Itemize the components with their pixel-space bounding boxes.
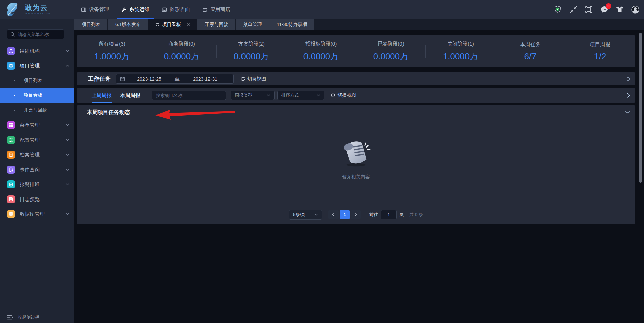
sidebar-search-box[interactable] [7,29,64,39]
stat-all-projects[interactable]: 所有项目(3)1.0000万 [77,35,147,67]
page-tab-todo-items[interactable]: 11-30待办事项 [269,19,314,30]
sort-order-select[interactable]: 排序方式 [277,91,324,100]
layers-icon [7,62,15,70]
nav-item-app-store[interactable]: 应用商店 [196,0,236,19]
sidebar-item-project-management[interactable]: 项目管理 [0,58,74,73]
stat-bidding-stage[interactable]: 招投标阶段(0)0.0000万 [286,35,356,67]
clipboard-icon [7,180,15,188]
sidebar-item-label: 档案管理 [20,152,40,158]
sidebar-subitem-invoice-payment[interactable]: 开票与回款 [0,103,74,118]
collapse-sidebar-button[interactable]: 收起侧边栏 [7,311,39,323]
stat-closed-stage[interactable]: 关闭阶段(1)1.0000万 [426,35,495,67]
compress-view-button[interactable] [569,5,578,14]
nav-item-system-ops[interactable]: 系统运维 [115,0,156,19]
report-type-select[interactable]: 周报类型 [231,91,275,100]
stat-week-tasks[interactable]: 本周任务6/7 [495,35,565,67]
close-tab-icon[interactable] [187,23,190,26]
vertical-scrollbar-thumb[interactable] [639,33,642,183]
collapse-section-icon[interactable] [625,110,630,114]
navbar-actions: 0 [553,0,640,19]
project-name-search-input[interactable] [156,93,222,98]
sidebar-item-label: 项目看板 [24,92,42,98]
stat-project-weekly-report[interactable]: 项目周报1/2 [565,35,635,67]
chevron-down-icon [66,124,69,126]
device-grid-icon [81,7,86,12]
weekly-report-panel: 上周周报 本周周报 周报类型 排序方式 切换视图 [77,88,635,103]
page-tab-project-list[interactable]: 项目列表 [74,19,107,30]
prev-page-button[interactable] [328,210,339,219]
date-start-value[interactable]: 2023-12-25 [125,76,173,82]
sidebar-item-alarm-schedule[interactable]: 报警排班 [0,177,74,192]
chevron-down-icon [66,50,69,52]
sidebar-item-log-preview[interactable]: 日志预览 [0,192,74,207]
date-range-picker[interactable]: 2023-12-25 至 2023-12-31 [116,74,234,84]
compress-arrows-icon [569,5,578,14]
page-size-value: 5条/页 [293,212,305,218]
sidebar-item-organization[interactable]: 组织机构 [0,43,74,58]
refresh-icon[interactable] [155,23,159,27]
page-tab-label: 6.1版本发布 [115,22,140,28]
sidebar-menu: 组织机构 项目管理 项目列表 项目看板 开票与回款 菜单管理 [0,43,74,222]
page-tab-menu-management[interactable]: 菜单管理 [236,19,269,30]
message-count-badge: 0 [606,3,611,9]
theme-skin-button[interactable] [615,5,624,14]
stat-label: 已签阶段(0) [378,41,404,47]
page-tab-project-board[interactable]: 项目看板 [148,19,197,30]
sidebar-subitem-project-board[interactable]: 项目看板 [0,88,74,103]
sidebar-item-event-query[interactable]: 事件查询 [0,162,74,177]
stat-signed-stage[interactable]: 已签阶段(0)0.0000万 [356,35,426,67]
page-tab-version-release[interactable]: 6.1版本发布 [108,19,148,30]
page-tab-label: 11-30待办事项 [277,22,307,28]
sidebar-item-menu-management[interactable]: 菜单管理 [0,118,74,133]
sidebar-subitem-project-list[interactable]: 项目列表 [0,73,74,88]
stat-plan-stage[interactable]: 方案阶段(2)0.0000万 [217,35,286,67]
sidebar-item-label: 项目列表 [24,78,42,84]
stat-business-stage[interactable]: 商务阶段(0)0.0000万 [147,35,217,67]
sidebar-item-database-management[interactable]: 数据库管理 [0,207,74,222]
page-size-select[interactable]: 5条/页 [289,210,322,220]
sliders-icon [7,136,15,144]
nav-item-label: 应用商店 [210,6,230,13]
page-tabbar: 项目列表 6.1版本发布 项目看板 开票与回款 菜单管理 11-30待办事项 [74,19,644,30]
security-shield-button[interactable] [553,5,562,14]
tab-this-week-report[interactable]: 本周周报 [120,88,140,103]
switch-view-button[interactable]: 切换视图 [331,88,356,103]
expand-right-icon[interactable] [627,93,630,98]
sidebar-search-input[interactable] [18,32,61,37]
chevron-down-icon [66,153,69,156]
expand-right-icon[interactable] [627,76,630,82]
pagination-bar: 5条/页 1 前往 页 共 0 条 [77,205,635,224]
week-task-dynamics-panel: 本周项目任务动态 [77,105,635,224]
report-type-placeholder: 周报类型 [235,92,252,98]
dynamics-header[interactable]: 本周项目任务动态 [77,105,635,119]
document-icon [7,151,15,159]
page-tab-invoice-payment[interactable]: 开票与回款 [197,19,235,30]
tshirt-icon [615,5,624,14]
chevron-down-icon [66,139,69,141]
stat-label: 项目周报 [590,41,610,48]
switch-view-button[interactable]: 切换视图 [240,72,266,85]
nav-item-graphic-interface[interactable]: 图形界面 [156,0,196,19]
chevron-left-icon [332,213,335,217]
sidebar-item-config-management[interactable]: 配置管理 [0,133,74,147]
project-name-search-box[interactable] [152,91,226,100]
image-icon [162,7,167,12]
fullscreen-button[interactable] [584,5,593,14]
stat-value: 0.0000万 [234,51,269,62]
stat-value: 0.0000万 [373,51,409,62]
sidebar-item-label: 项目管理 [20,63,40,69]
chevron-down-icon [267,94,270,97]
goto-page-input[interactable] [381,210,396,219]
dynamics-title: 本周项目任务动态 [87,105,130,119]
tab-last-week-report[interactable]: 上周周报 [92,88,112,103]
user-avatar-button[interactable] [631,5,640,14]
menu-layout-icon [7,121,15,129]
messages-button[interactable]: 0 [600,5,609,14]
sidebar: 组织机构 项目管理 项目列表 项目看板 开票与回款 菜单管理 [0,19,74,323]
sidebar-item-archive-management[interactable]: 档案管理 [0,147,74,162]
page-number-button[interactable]: 1 [340,210,350,219]
date-end-value[interactable]: 2023-12-31 [181,76,229,82]
page-tab-label: 项目列表 [82,22,100,28]
next-page-button[interactable] [351,210,361,219]
nav-item-device-management[interactable]: 设备管理 [75,0,115,19]
